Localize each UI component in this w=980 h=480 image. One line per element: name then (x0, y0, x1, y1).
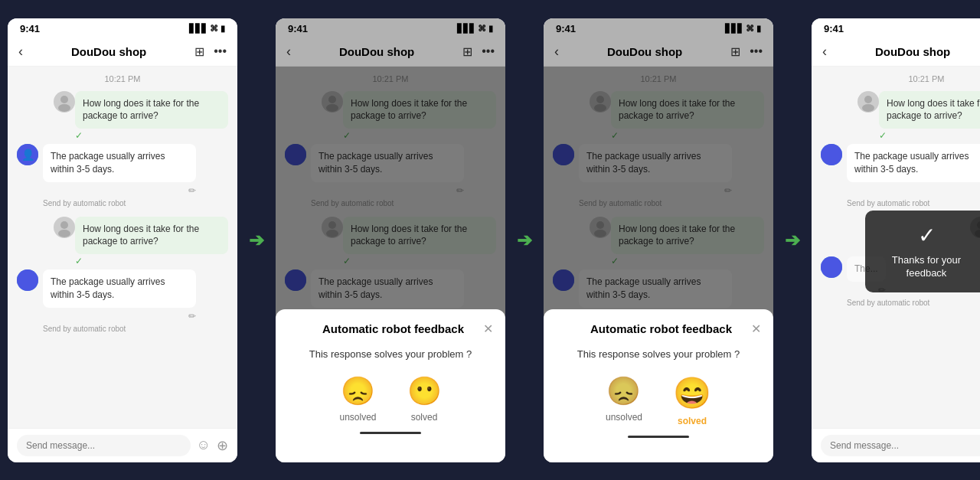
svg-point-4 (60, 221, 68, 229)
emoji-button-1[interactable]: ☺ (197, 437, 211, 453)
bot-msg-row-1-2: The package usually arrives within 3-5 d… (17, 269, 228, 322)
svg-point-19 (864, 96, 872, 103)
svg-point-0 (60, 96, 68, 103)
arrow-1: ➔ (237, 230, 276, 251)
timestamp-4: 10:21 PM (821, 74, 980, 83)
chat-area-1: 10:21 PM How long does it take for the p… (8, 67, 237, 428)
status-time-4: 9:41 (824, 23, 844, 34)
more-icon-1[interactable]: ••• (214, 44, 227, 58)
edit-icon-1-2: ✏ (188, 311, 196, 322)
edit-icon-1-1: ✏ (188, 185, 196, 196)
bot-msg-row-1-1: 👤 The package usually arrives within 3-5… (17, 144, 228, 196)
read-check-1-1: ✓ (75, 130, 83, 141)
add-button-1[interactable]: ⊕ (217, 437, 228, 454)
shop-name-1: DouDou shop (71, 45, 146, 58)
bot-avatar-1-1: 👤 (17, 144, 38, 165)
thanks-check-icon-4: ✓ (880, 223, 972, 248)
timestamp-1: 10:21 PM (17, 74, 228, 83)
arrow-icon-2: ➔ (517, 230, 532, 251)
feedback-modal-3: Automatic robot feedback ✕ This response… (544, 309, 773, 462)
screen-1-wrapper: 9:41 ▋▋▋ ⌘ ▮ ‹ DouDou shop ⊞ ••• (8, 18, 237, 462)
modal-header-2: Automatic robot feedback ✕ (288, 322, 493, 336)
phone-screen-1: 9:41 ▋▋▋ ⌘ ▮ ‹ DouDou shop ⊞ ••• (8, 18, 237, 462)
bot-avatar-4-1 (821, 144, 842, 165)
solved-label-2: solved (411, 412, 438, 423)
solved-option-2[interactable]: 😶 solved (407, 375, 442, 423)
svg-point-6 (17, 269, 38, 291)
unsolved-label-3: unsolved (606, 412, 642, 423)
arrow-icon-3: ➔ (785, 230, 800, 251)
modal-question-3: This response solves your problem ? (556, 348, 761, 360)
svg-point-20 (862, 104, 874, 112)
signal-icon-1: ▋▋▋ (189, 24, 207, 34)
svg-point-5 (58, 230, 70, 237)
modal-close-button-3[interactable]: ✕ (751, 322, 761, 336)
bot-bubble-4-1: The package usually arrives within 3-5 d… (847, 144, 980, 182)
robot-label-1-1: Send by automatic robot (43, 199, 228, 207)
store-icon-1[interactable]: ⊞ (194, 44, 204, 59)
thanks-text-4: Thanks for your feedback (880, 254, 972, 280)
bot-bubble-1-2: The package usually arrives within 3-5 d… (43, 269, 196, 308)
unsolved-option-3[interactable]: 😞 unsolved (606, 375, 642, 426)
solved-option-3[interactable]: 😄 solved (673, 375, 711, 426)
bottom-bar-2 (360, 432, 421, 434)
phone-screen-4: 9:41 ▋▋▋ ⌘ ▮ ‹ DouDou shop ⊞ ••• 10:21 P… (812, 18, 980, 462)
robot-label-4-2: Send by automatic robot (847, 299, 980, 307)
screen-3-wrapper: 9:41 ▋▋▋ ⌘ ▮ ‹ DouDou shop ⊞ ••• 10:21 P… (544, 18, 773, 462)
svg-point-1 (58, 104, 70, 112)
modal-title-3: Automatic robot feedback (571, 322, 751, 335)
user-msg-row-1-1: How long does it take for the package to… (17, 91, 228, 142)
message-input-4[interactable] (821, 435, 980, 456)
user-bubble-1-1: How long does it take for the package to… (75, 91, 228, 129)
arrow-icon-1: ➔ (249, 230, 264, 251)
screen-4-wrapper: 9:41 ▋▋▋ ⌘ ▮ ‹ DouDou shop ⊞ ••• 10:21 P… (812, 18, 980, 462)
svg-point-21 (821, 144, 842, 165)
screen-2-wrapper: 9:41 ▋▋▋ ⌘ ▮ ‹ DouDou shop ⊞ ••• 10 (276, 18, 505, 462)
thanks-toast-4: ✓ Thanks for your feedback (865, 211, 980, 292)
phone-screen-3: 9:41 ▋▋▋ ⌘ ▮ ‹ DouDou shop ⊞ ••• 10:21 P… (544, 18, 773, 462)
user-msg-row-1-2: How long does it take for the package to… (17, 217, 228, 267)
user-bubble-1-2: How long does it take for the package to… (75, 217, 228, 255)
solved-emoji-3: 😄 (673, 375, 711, 411)
svg-point-24 (821, 256, 842, 278)
svg-text:👤: 👤 (21, 149, 35, 162)
robot-label-1-2: Send by automatic robot (43, 325, 228, 333)
bot-avatar-1-2 (17, 269, 38, 291)
robot-label-4-1: Send by automatic robot (847, 199, 980, 207)
unsolved-emoji-3: 😞 (606, 375, 641, 407)
status-bar-4: 9:41 ▋▋▋ ⌘ ▮ (812, 18, 980, 38)
chat-header-4: ‹ DouDou shop ⊞ ••• (812, 38, 980, 67)
msg-group-4-1: How long does it take for the package to… (821, 91, 980, 207)
chat-input-bar-4: ☺ ⊕ (812, 428, 980, 462)
back-button-4[interactable]: ‹ (822, 44, 827, 60)
back-button-1[interactable]: ‹ (18, 44, 23, 60)
modal-title-2: Automatic robot feedback (303, 322, 483, 335)
message-group-1-1: How long does it take for the package to… (17, 91, 228, 207)
wifi-icon-1: ⌘ (210, 24, 218, 34)
message-group-1-2: How long does it take for the package to… (17, 217, 228, 333)
battery-icon-1: ▮ (220, 24, 225, 34)
phone-screen-2: 9:41 ▋▋▋ ⌘ ▮ ‹ DouDou shop ⊞ ••• 10 (276, 18, 505, 462)
bot-avatar-4-2 (821, 256, 842, 278)
arrow-3: ➔ (773, 230, 812, 251)
read-check-1-2: ✓ (75, 256, 83, 266)
unsolved-option-2[interactable]: 😞 unsolved (339, 375, 376, 423)
solved-emoji-2: 😶 (407, 375, 442, 407)
modal-header-3: Automatic robot feedback ✕ (556, 322, 761, 336)
chat-header-1: ‹ DouDou shop ⊞ ••• (8, 38, 237, 67)
emoji-row-2: 😞 unsolved 😶 solved (288, 375, 493, 423)
emoji-row-3: 😞 unsolved 😄 solved (556, 375, 761, 426)
chat-area-4: 10:21 PM How long does it take for the p… (812, 67, 980, 428)
unsolved-label-2: unsolved (339, 412, 376, 423)
user-avatar-4-1 (858, 91, 879, 113)
chat-input-bar-1: ☺ ⊕ (8, 428, 237, 462)
message-input-1[interactable] (17, 435, 191, 456)
modal-question-2: This response solves your problem ? (288, 348, 493, 360)
feedback-modal-2: Automatic robot feedback ✕ This response… (276, 309, 505, 462)
modal-close-button-2[interactable]: ✕ (483, 322, 493, 336)
user-avatar-1-1 (54, 91, 75, 113)
bottom-bar-3 (628, 436, 689, 438)
status-icons-1: ▋▋▋ ⌘ ▮ (189, 24, 225, 34)
bot-bubble-1-1: The package usually arrives within 3-5 d… (43, 144, 196, 182)
user-bubble-4-1: How long does it take for the package to… (879, 91, 980, 129)
